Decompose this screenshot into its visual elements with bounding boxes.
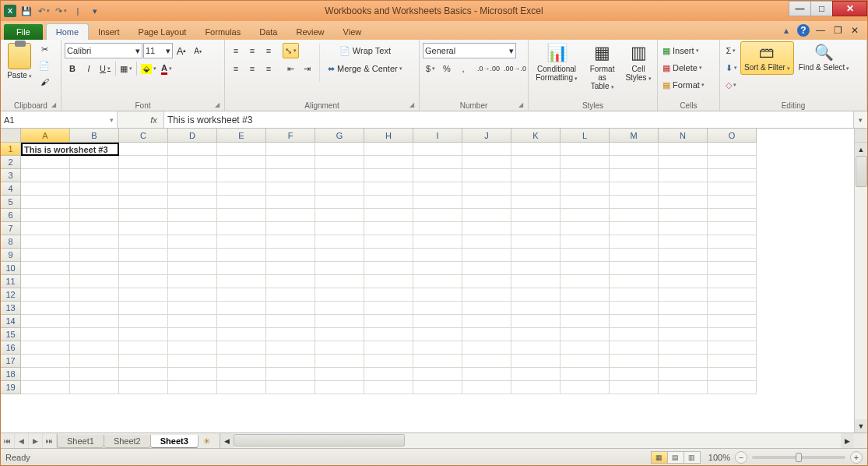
cell[interactable] <box>659 381 708 394</box>
cell[interactable] <box>561 169 610 182</box>
cell[interactable] <box>561 209 610 222</box>
row-header[interactable]: 3 <box>1 169 21 182</box>
cell[interactable] <box>70 182 119 196</box>
cell[interactable] <box>21 196 70 209</box>
vertical-split-handle[interactable] <box>854 129 867 143</box>
cell[interactable] <box>511 156 561 169</box>
cell[interactable] <box>413 341 462 355</box>
cell-styles-button[interactable]: ▥ Cell Styles <box>623 41 654 84</box>
cell[interactable] <box>21 235 70 249</box>
minimize-ribbon-icon[interactable]: ▴ <box>780 24 792 37</box>
cell[interactable] <box>364 182 413 196</box>
cell[interactable] <box>462 222 511 235</box>
row-header[interactable]: 14 <box>1 315 21 328</box>
formula-input[interactable]: This is worksheet #3 <box>164 115 853 125</box>
row-header[interactable]: 8 <box>1 235 21 249</box>
redo-icon[interactable]: ↷ <box>54 4 68 18</box>
cell[interactable] <box>364 381 413 394</box>
cell[interactable] <box>364 143 413 156</box>
cell[interactable] <box>119 288 168 302</box>
hscroll-track[interactable] <box>234 433 841 448</box>
cell[interactable] <box>119 196 168 209</box>
align-left-icon[interactable]: ≡ <box>228 61 244 76</box>
tab-page-layout[interactable]: Page Layout <box>129 24 196 40</box>
cell[interactable] <box>364 328 413 341</box>
sheet-tab-sheet2[interactable]: Sheet2 <box>104 435 151 448</box>
cell[interactable] <box>364 222 413 235</box>
find-select-button[interactable]: 🔍 Find & Select <box>796 41 852 74</box>
cell[interactable] <box>364 235 413 249</box>
tab-insert[interactable]: Insert <box>89 24 129 40</box>
row-header[interactable]: 6 <box>1 209 21 222</box>
cell[interactable] <box>266 156 315 169</box>
cell[interactable] <box>561 381 610 394</box>
close-button[interactable]: ✕ <box>832 1 867 16</box>
column-header[interactable]: D <box>168 129 217 143</box>
cell[interactable] <box>413 302 462 315</box>
cell[interactable] <box>511 182 561 196</box>
qat-customize-icon[interactable]: ▾ <box>88 4 102 18</box>
cell[interactable] <box>315 368 364 381</box>
cell[interactable] <box>217 156 266 169</box>
column-header[interactable]: O <box>708 129 757 143</box>
cell[interactable] <box>119 275 168 288</box>
cell[interactable] <box>561 222 610 235</box>
cell[interactable] <box>21 249 70 262</box>
insert-cells-button[interactable]: ▦ Insert <box>661 43 701 58</box>
cell[interactable] <box>364 355 413 368</box>
cell[interactable] <box>659 222 708 235</box>
cell[interactable] <box>708 143 757 156</box>
cell[interactable] <box>217 222 266 235</box>
cell[interactable] <box>70 328 119 341</box>
cell[interactable] <box>217 169 266 182</box>
cell[interactable] <box>462 143 511 156</box>
cell[interactable] <box>21 182 70 196</box>
cell[interactable] <box>610 209 659 222</box>
cell[interactable] <box>659 275 708 288</box>
cell[interactable] <box>561 368 610 381</box>
cell[interactable] <box>561 341 610 355</box>
cell[interactable] <box>659 196 708 209</box>
cell[interactable] <box>70 288 119 302</box>
row-header[interactable]: 2 <box>1 156 21 169</box>
horizontal-scroll-thumb[interactable] <box>234 434 405 447</box>
cell[interactable] <box>511 169 561 182</box>
cell[interactable] <box>217 209 266 222</box>
cell[interactable] <box>119 368 168 381</box>
column-header[interactable]: E <box>217 129 266 143</box>
sheet-nav-last-icon[interactable]: ⏭ <box>43 433 57 448</box>
cell[interactable] <box>70 209 119 222</box>
cell[interactable] <box>266 182 315 196</box>
cell[interactable] <box>70 222 119 235</box>
cell[interactable] <box>511 262 561 275</box>
cell[interactable] <box>21 355 70 368</box>
cell[interactable] <box>610 302 659 315</box>
zoom-slider[interactable] <box>752 456 845 459</box>
cell[interactable] <box>119 222 168 235</box>
cell[interactable] <box>364 288 413 302</box>
cell[interactable] <box>610 288 659 302</box>
cell[interactable] <box>168 169 217 182</box>
cell[interactable] <box>462 235 511 249</box>
cell[interactable] <box>168 288 217 302</box>
cell[interactable] <box>708 249 757 262</box>
format-painter-icon[interactable]: 🖌 <box>37 74 52 90</box>
tab-home[interactable]: Home <box>46 23 89 40</box>
cell[interactable] <box>119 302 168 315</box>
cell[interactable] <box>413 262 462 275</box>
cell[interactable] <box>462 169 511 182</box>
column-header[interactable]: A <box>21 129 70 143</box>
cell[interactable] <box>266 209 315 222</box>
cell[interactable] <box>21 262 70 275</box>
tab-view[interactable]: View <box>334 24 371 40</box>
cell-a1[interactable]: This is worksheet #3 <box>21 143 119 156</box>
cell[interactable] <box>610 235 659 249</box>
cell[interactable] <box>70 262 119 275</box>
page-break-view-icon[interactable]: ▥ <box>684 451 701 464</box>
cell[interactable] <box>511 249 561 262</box>
cell[interactable] <box>168 182 217 196</box>
cell[interactable] <box>119 328 168 341</box>
cell[interactable] <box>708 315 757 328</box>
cell[interactable] <box>659 355 708 368</box>
cell[interactable] <box>708 262 757 275</box>
